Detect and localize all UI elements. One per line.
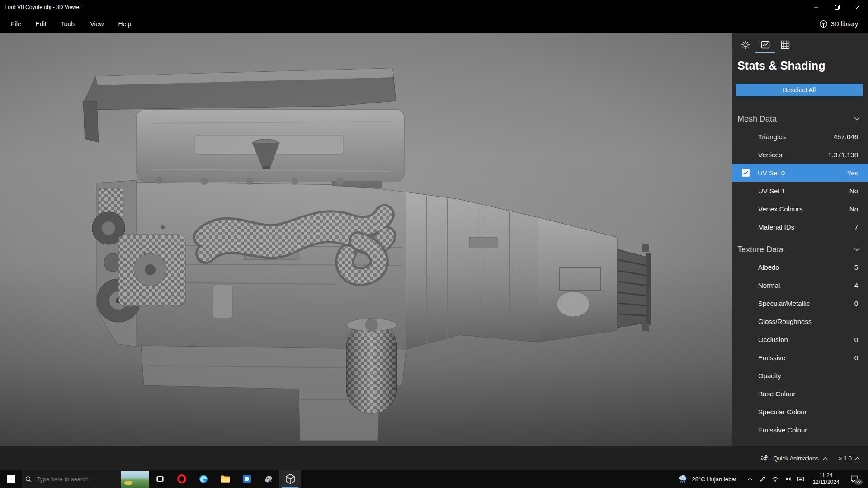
row-value: 0: [854, 354, 858, 361]
menu-edit[interactable]: Edit: [28, 16, 54, 32]
check-icon: [743, 171, 748, 175]
weather-widget[interactable]: 28°C Hujan lebat: [672, 470, 743, 488]
menu-bar: File Edit Tools View Help 3D library: [0, 14, 868, 33]
uv-set-0-checkbox[interactable]: [742, 169, 750, 177]
close-button[interactable]: [847, 0, 868, 14]
search-highlight-image[interactable]: [121, 471, 149, 488]
row-label: Material IDs: [758, 223, 854, 231]
sun-icon: [741, 40, 750, 49]
texture-row-emissive-colour[interactable]: Emissive Colour: [732, 421, 868, 439]
chevron-down-icon: [854, 248, 860, 251]
pen-icon: [760, 476, 765, 482]
volume-tray-icon[interactable]: [783, 470, 793, 488]
3d-library-button[interactable]: 3D library: [812, 16, 865, 32]
mesh-row-uv-set-0[interactable]: UV Set 0 Yes: [732, 164, 868, 182]
taskbar-app-edge[interactable]: [193, 470, 214, 488]
texture-row-specular-metallic[interactable]: Specular/Metallic 0: [732, 294, 868, 312]
title-bar[interactable]: Ford V8 Coyote.obj - 3D Viewer: [0, 0, 868, 14]
edge-icon: [198, 474, 208, 484]
taskbar-app-opera[interactable]: [171, 470, 193, 488]
search-input[interactable]: [34, 476, 121, 483]
mesh-data-title: Mesh Data: [737, 114, 777, 124]
row-value: 0: [854, 336, 858, 343]
minimize-button[interactable]: [806, 0, 826, 14]
mesh-row-vertex-colours[interactable]: Vertex Colours No: [732, 200, 868, 218]
row-value: 1.371.138: [828, 151, 858, 159]
notification-count-badge: 22: [854, 479, 863, 485]
menu-view[interactable]: View: [83, 16, 111, 32]
taskbar-search[interactable]: [22, 470, 149, 488]
tab-stats-shading[interactable]: [755, 38, 775, 53]
weather-label: 28°C Hujan lebat: [692, 476, 736, 483]
3d-library-label: 3D library: [831, 20, 858, 28]
chevron-up-icon: [823, 457, 828, 460]
texture-row-base-colour[interactable]: Base Colour: [732, 385, 868, 403]
quick-animations-button[interactable]: Quick Animations: [761, 455, 827, 462]
show-desktop-button[interactable]: [865, 470, 868, 488]
restore-button[interactable]: [826, 0, 847, 14]
task-view-button[interactable]: [149, 470, 171, 488]
taskbar-app-gray[interactable]: [258, 470, 279, 488]
mesh-row-triangles[interactable]: Triangles 457.046: [732, 127, 868, 145]
keyboard-tray-icon[interactable]: [795, 470, 806, 488]
texture-row-gloss-roughness[interactable]: Gloss/Roughness: [732, 312, 868, 330]
texture-data-header[interactable]: Texture Data: [732, 241, 868, 258]
row-label: Specular Colour: [758, 408, 858, 416]
taskbar-app-3d-viewer[interactable]: [279, 470, 301, 488]
minimize-icon: [814, 5, 818, 9]
menu-file[interactable]: File: [4, 16, 28, 32]
texture-row-occlusion[interactable]: Occlusion 0: [732, 330, 868, 348]
gray-app-icon: [264, 474, 274, 484]
quick-animations-label: Quick Animations: [773, 455, 818, 462]
action-center-button[interactable]: 22: [844, 470, 865, 488]
row-value: No: [849, 205, 858, 213]
start-button[interactable]: [0, 470, 22, 488]
chevron-down-icon: [854, 117, 860, 121]
texture-row-specular-colour[interactable]: Specular Colour: [732, 403, 868, 421]
window-title: Ford V8 Coyote.obj - 3D Viewer: [0, 4, 806, 10]
tab-environment[interactable]: [736, 38, 755, 53]
chevron-up-icon: [748, 478, 752, 480]
texture-row-normal[interactable]: Normal 4: [732, 276, 868, 294]
cube-icon: [820, 20, 827, 28]
stats-panel: Stats & Shading Deselect All Mesh Data T…: [732, 33, 868, 446]
texture-row-albedo[interactable]: Albedo 5: [732, 258, 868, 276]
row-label: Normal: [758, 282, 854, 289]
panel-title: Stats & Shading: [737, 59, 868, 72]
deselect-all-button[interactable]: Deselect All: [736, 84, 863, 96]
3d-viewport[interactable]: [0, 33, 732, 446]
mesh-row-uv-set-1[interactable]: UV Set 1 No: [732, 182, 868, 200]
texture-row-emissive[interactable]: Emissive 0: [732, 348, 868, 366]
speaker-icon: [785, 476, 791, 482]
3d-viewer-icon: [285, 474, 295, 484]
menu-tools[interactable]: Tools: [54, 16, 83, 32]
close-icon: [855, 5, 860, 9]
engine-model: [0, 33, 732, 446]
pen-tray-icon[interactable]: [757, 470, 768, 488]
main-area: Stats & Shading Deselect All Mesh Data T…: [0, 33, 868, 446]
windows-taskbar: 28°C Hujan lebat: [0, 470, 868, 488]
mesh-data-header[interactable]: Mesh Data: [732, 110, 868, 127]
animation-speed-label: × 1.0: [839, 455, 852, 462]
3d-viewer-app: Ford V8 Coyote.obj - 3D Viewer File Edit…: [0, 0, 868, 488]
file-explorer-icon: [220, 475, 230, 483]
row-label: Vertices: [758, 151, 828, 159]
texture-row-opacity[interactable]: Opacity: [732, 366, 868, 385]
row-label: UV Set 0: [758, 169, 847, 177]
task-view-icon: [156, 475, 165, 483]
row-label: Base Colour: [758, 390, 858, 398]
hidden-icons-chevron[interactable]: [745, 470, 755, 488]
taskbar-app-blue[interactable]: [236, 470, 258, 488]
transmission-tail-shape: [617, 244, 651, 331]
windows-logo-icon: [7, 475, 15, 483]
network-tray-icon[interactable]: [770, 470, 781, 488]
row-label: Opacity: [758, 372, 858, 380]
blue-app-icon: [242, 474, 252, 484]
menu-help[interactable]: Help: [111, 16, 138, 32]
mesh-row-material-ids[interactable]: Material IDs 7: [732, 218, 868, 236]
taskbar-app-file-explorer[interactable]: [214, 470, 236, 488]
tab-grid[interactable]: [775, 38, 795, 53]
mesh-row-vertices[interactable]: Vertices 1.371.138: [732, 145, 868, 164]
animation-speed-control[interactable]: × 1.0: [839, 455, 860, 462]
taskbar-clock[interactable]: 11:24 12/11/2024: [808, 470, 844, 488]
